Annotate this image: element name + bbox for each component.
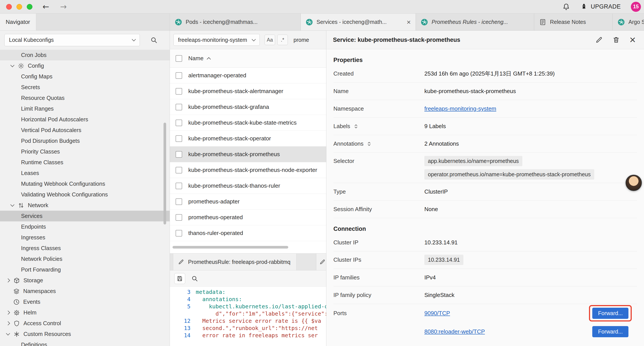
sidebar-item-resource-quotas[interactable]: Resource Quotas xyxy=(0,93,170,103)
window-controls xyxy=(6,4,32,10)
regex-toggle[interactable]: .* xyxy=(277,34,288,45)
editor-dock-tabbar: PrometheusRule: freeleaps-prod-rabbitmq xyxy=(170,253,326,271)
tab-argo[interactable]: Argo S xyxy=(613,13,644,30)
upgrade-button[interactable]: UPGRADE xyxy=(580,3,621,10)
row-checkbox[interactable] xyxy=(176,135,182,142)
port-link[interactable]: 9090/TCP xyxy=(424,310,450,317)
sidebar-item-horizontal-pod-autoscalers[interactable]: Horizontal Pod Autoscalers xyxy=(0,114,170,125)
table-row-kube-prometheus-stack-alertmanager[interactable]: kube-prometheus-stack-alertmanager xyxy=(170,83,326,99)
table-row-prometheus-adapter[interactable]: prometheus-adapter xyxy=(170,194,326,210)
sidebar-item-label: Namespaces xyxy=(23,288,56,294)
notifications-bell-icon[interactable] xyxy=(562,3,570,11)
table-row-prometheus-operated[interactable]: prometheus-operated xyxy=(170,210,326,225)
sidebar-item-mutating-webhook-configurations[interactable]: Mutating Webhook Configurations xyxy=(0,178,170,189)
user-avatar[interactable] xyxy=(626,175,642,191)
pencil-icon xyxy=(319,259,326,265)
horizontal-scrollbar[interactable] xyxy=(170,241,326,253)
scrollbar-thumb[interactable] xyxy=(172,246,288,249)
back-button[interactable]: ← xyxy=(42,3,49,11)
sidebar-item-helm[interactable]: Helm xyxy=(0,307,170,318)
table-row-kube-prometheus-stack-prometheus-node-exporter[interactable]: kube-prometheus-stack-prometheus-node-ex… xyxy=(170,162,326,178)
sidebar-item-definitions[interactable]: Definitions xyxy=(0,340,170,346)
table-row-thanos-ruler-operated[interactable]: thanos-ruler-operated xyxy=(170,225,326,241)
table-row-kube-prometheus-stack-grafana[interactable]: kube-prometheus-stack-grafana xyxy=(170,99,326,115)
sidebar-item-custom-resources[interactable]: Custom Resources xyxy=(0,329,170,340)
sidebar-item-pod-disruption-budgets[interactable]: Pod Disruption Budgets xyxy=(0,136,170,146)
row-checkbox[interactable] xyxy=(176,214,182,221)
row-checkbox[interactable] xyxy=(176,167,182,173)
table-row-kube-prometheus-stack-thanos-ruler[interactable]: kube-prometheus-stack-thanos-ruler xyxy=(170,178,326,194)
forward-button[interactable]: → xyxy=(60,3,67,11)
sidebar-item-priority-classes[interactable]: Priority Classes xyxy=(0,146,170,157)
row-checkbox[interactable] xyxy=(176,183,182,189)
sidebar-item-secrets[interactable]: Secrets xyxy=(0,82,170,93)
sidebar-item-validating-webhook-configurations[interactable]: Validating Webhook Configurations xyxy=(0,189,170,200)
sidebar-item-config[interactable]: Config xyxy=(0,60,170,71)
kubeconfig-selector[interactable]: Local Kubeconfigs xyxy=(4,34,140,46)
save-button[interactable] xyxy=(174,273,185,284)
sidebar-item-network-policies[interactable]: Network Policies xyxy=(0,254,170,264)
sidebar-item-limit-ranges[interactable]: Limit Ranges xyxy=(0,103,170,114)
table-row-kube-prometheus-stack-prometheus[interactable]: kube-prometheus-stack-prometheus xyxy=(170,146,326,162)
minimize-window-button[interactable] xyxy=(16,4,22,10)
search-input[interactable]: prome xyxy=(294,37,309,43)
name-column-header[interactable]: Name xyxy=(188,55,204,62)
sidebar-item-runtime-classes[interactable]: Runtime Classes xyxy=(0,157,170,168)
save-icon xyxy=(176,275,183,282)
maximize-window-button[interactable] xyxy=(27,4,32,10)
navigator-scrollbar[interactable] xyxy=(164,123,166,224)
row-checkbox[interactable] xyxy=(176,72,182,79)
table-row-kube-prometheus-stack-kube-state-metrics[interactable]: kube-prometheus-stack-kube-state-metrics xyxy=(170,115,326,131)
expand-collapse-icon[interactable] xyxy=(353,123,359,129)
close-window-button[interactable] xyxy=(6,4,12,10)
sidebar-item-vertical-pod-autoscalers[interactable]: Vertical Pod Autoscalers xyxy=(0,125,170,136)
notification-count-badge[interactable]: 15 xyxy=(631,2,641,12)
row-checkbox[interactable] xyxy=(176,198,182,205)
sidebar-item-namespaces[interactable]: Namespaces xyxy=(0,286,170,297)
forward-button[interactable]: Forward... xyxy=(592,308,628,319)
yaml-editor[interactable]: 3metadata:4 annotations:5 kubectl.kubern… xyxy=(170,287,326,346)
row-checkbox[interactable] xyxy=(176,120,182,126)
sidebar-item-cron-jobs[interactable]: Cron Jobs xyxy=(0,50,170,60)
tab-services[interactable]: Services - icecheng@math...× xyxy=(301,13,416,30)
navigator-search-icon[interactable] xyxy=(150,36,158,43)
row-checkbox[interactable] xyxy=(176,88,182,95)
port-link[interactable]: 8080:reloader-web/TCP xyxy=(424,328,485,335)
select-all-checkbox[interactable] xyxy=(176,55,182,62)
namespace-link[interactable]: freeleaps-monitoring-system xyxy=(424,105,496,112)
table-row-alertmanager-operated[interactable]: alertmanager-operated xyxy=(170,68,326,83)
expand-collapse-icon[interactable] xyxy=(366,141,372,147)
namespace-filter[interactable]: freeleaps-monitoring-system xyxy=(174,34,260,46)
delete-service-button[interactable] xyxy=(612,36,620,43)
sidebar-item-ingresses[interactable]: Ingresses xyxy=(0,232,170,243)
sidebar-item-storage[interactable]: Storage xyxy=(0,275,170,286)
sidebar-item-endpoints[interactable]: Endpoints xyxy=(0,221,170,232)
row-checkbox[interactable] xyxy=(176,104,182,110)
row-checkbox[interactable] xyxy=(176,151,182,158)
sidebar-item-port-forwarding[interactable]: Port Forwarding xyxy=(0,264,170,275)
editor-dock-tab[interactable]: PrometheusRule: freeleaps-prod-rabbitmq xyxy=(173,254,296,270)
forward-button[interactable]: Forward... xyxy=(592,326,628,337)
match-case-toggle[interactable]: Aa xyxy=(264,34,275,45)
sidebar-item-events[interactable]: Events xyxy=(0,297,170,307)
edit-service-button[interactable] xyxy=(595,36,603,43)
tab-prometheus-rules[interactable]: Prometheus Rules - icecheng... xyxy=(416,13,534,30)
navigator-tab[interactable]: Navigator xyxy=(0,13,36,30)
sidebar-item-config-maps[interactable]: Config Maps xyxy=(0,71,170,82)
close-tab-icon[interactable]: × xyxy=(406,19,411,26)
line-number: 12 xyxy=(170,317,196,325)
row-checkbox[interactable] xyxy=(176,230,182,237)
tab-pods[interactable]: Pods - icecheng@mathmas... xyxy=(170,13,301,30)
sidebar-item-services[interactable]: Services xyxy=(0,211,170,221)
table-row-kube-prometheus-stack-operator[interactable]: kube-prometheus-stack-operator xyxy=(170,131,326,146)
editor-dock-tab-partial[interactable] xyxy=(316,254,326,270)
sidebar-item-access-control[interactable]: Access Control xyxy=(0,318,170,329)
shield-icon xyxy=(13,320,20,327)
editor-search-icon[interactable] xyxy=(191,275,198,282)
tab-release-notes[interactable]: Release Notes xyxy=(534,13,613,30)
sidebar-item-leases[interactable]: Leases xyxy=(0,168,170,178)
sidebar-item-ingress-classes[interactable]: Ingress Classes xyxy=(0,243,170,254)
sidebar-item-network[interactable]: Network xyxy=(0,200,170,211)
port-row: 8080:reloader-web/TCPForward... xyxy=(424,322,637,341)
close-detail-panel-button[interactable]: × xyxy=(630,34,636,45)
